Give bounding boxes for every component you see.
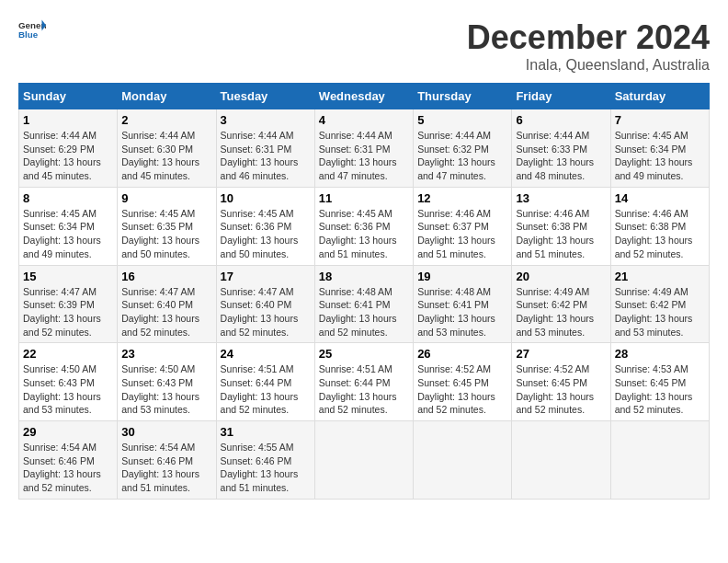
calendar-cell: 22 Sunrise: 4:50 AMSunset: 6:43 PMDaylig… [19,343,118,421]
header: General Blue December 2024 Inala, Queens… [18,18,710,74]
generalblue-logo-icon: General Blue [18,18,46,40]
day-number: 17 [221,270,311,283]
cell-content: Sunrise: 4:44 AMSunset: 6:30 PMDaylight:… [121,129,211,183]
calendar-cell: 25 Sunrise: 4:51 AMSunset: 6:44 PMDaylig… [314,343,413,421]
calendar-cell: 10 Sunrise: 4:45 AMSunset: 6:36 PMDaylig… [216,187,314,265]
calendar-cell: 29 Sunrise: 4:54 AMSunset: 6:46 PMDaylig… [19,421,118,500]
cell-content: Sunrise: 4:44 AMSunset: 6:29 PMDaylight:… [23,129,113,183]
calendar-week-row: 8 Sunrise: 4:45 AMSunset: 6:34 PMDayligh… [19,187,710,265]
cell-content: Sunrise: 4:45 AMSunset: 6:35 PMDaylight:… [121,207,211,261]
calendar-cell: 6 Sunrise: 4:44 AMSunset: 6:33 PMDayligh… [512,109,610,188]
col-header-thursday: Thursday [414,84,512,109]
day-number: 23 [121,347,211,361]
day-number: 9 [121,191,211,205]
calendar-cell: 11 Sunrise: 4:45 AMSunset: 6:36 PMDaylig… [314,187,413,265]
cell-content: Sunrise: 4:49 AMSunset: 6:42 PMDaylight:… [615,285,705,339]
cell-content: Sunrise: 4:45 AMSunset: 6:36 PMDaylight:… [221,207,311,261]
day-number: 14 [615,191,705,205]
title-area: December 2024 Inala, Queensland, Austral… [467,18,710,74]
day-number: 2 [121,113,211,127]
day-number: 15 [23,270,113,283]
day-number: 6 [516,113,606,127]
cell-content: Sunrise: 4:44 AMSunset: 6:31 PMDaylight:… [319,129,409,183]
calendar-cell: 12 Sunrise: 4:46 AMSunset: 6:37 PMDaylig… [414,187,512,265]
calendar-cell: 17 Sunrise: 4:47 AMSunset: 6:40 PMDaylig… [216,265,314,343]
day-number: 18 [319,270,409,283]
col-header-tuesday: Tuesday [216,84,314,109]
day-number: 24 [221,347,311,361]
day-number: 3 [221,113,311,127]
cell-content: Sunrise: 4:49 AMSunset: 6:42 PMDaylight:… [516,285,606,339]
calendar-cell: 2 Sunrise: 4:44 AMSunset: 6:30 PMDayligh… [118,109,216,188]
col-header-monday: Monday [118,84,216,109]
calendar-cell: 3 Sunrise: 4:44 AMSunset: 6:31 PMDayligh… [216,109,314,188]
cell-content: Sunrise: 4:45 AMSunset: 6:34 PMDaylight:… [23,207,113,261]
day-number: 4 [319,113,409,127]
calendar-table: SundayMondayTuesdayWednesdayThursdayFrid… [18,83,710,500]
calendar-cell: 18 Sunrise: 4:48 AMSunset: 6:41 PMDaylig… [314,265,413,343]
cell-content: Sunrise: 4:45 AMSunset: 6:36 PMDaylight:… [319,207,409,261]
calendar-cell: 7 Sunrise: 4:45 AMSunset: 6:34 PMDayligh… [610,109,709,188]
cell-content: Sunrise: 4:48 AMSunset: 6:41 PMDaylight:… [417,285,507,339]
cell-content: Sunrise: 4:47 AMSunset: 6:40 PMDaylight:… [221,285,311,339]
cell-content: Sunrise: 4:46 AMSunset: 6:37 PMDaylight:… [417,207,507,261]
col-header-friday: Friday [512,84,610,109]
day-number: 20 [516,270,606,283]
calendar-header-row: SundayMondayTuesdayWednesdayThursdayFrid… [19,84,710,109]
cell-content: Sunrise: 4:54 AMSunset: 6:46 PMDaylight:… [23,441,113,495]
cell-content: Sunrise: 4:55 AMSunset: 6:46 PMDaylight:… [221,441,311,495]
day-number: 10 [221,191,311,205]
calendar-cell: 4 Sunrise: 4:44 AMSunset: 6:31 PMDayligh… [314,109,413,188]
cell-content: Sunrise: 4:48 AMSunset: 6:41 PMDaylight:… [319,285,409,339]
calendar-cell: 21 Sunrise: 4:49 AMSunset: 6:42 PMDaylig… [610,265,709,343]
calendar-cell [610,421,709,500]
day-number: 19 [417,270,507,283]
calendar-cell: 14 Sunrise: 4:46 AMSunset: 6:38 PMDaylig… [610,187,709,265]
calendar-cell: 13 Sunrise: 4:46 AMSunset: 6:38 PMDaylig… [512,187,610,265]
col-header-saturday: Saturday [610,84,709,109]
calendar-cell: 24 Sunrise: 4:51 AMSunset: 6:44 PMDaylig… [216,343,314,421]
calendar-cell: 19 Sunrise: 4:48 AMSunset: 6:41 PMDaylig… [414,265,512,343]
cell-content: Sunrise: 4:50 AMSunset: 6:43 PMDaylight:… [121,362,211,417]
cell-content: Sunrise: 4:46 AMSunset: 6:38 PMDaylight:… [516,207,606,261]
cell-content: Sunrise: 4:51 AMSunset: 6:44 PMDaylight:… [221,362,311,417]
location-title: Inala, Queensland, Australia [467,57,710,74]
cell-content: Sunrise: 4:52 AMSunset: 6:45 PMDaylight:… [417,362,507,417]
col-header-sunday: Sunday [19,84,118,109]
calendar-cell [414,421,512,500]
calendar-week-row: 15 Sunrise: 4:47 AMSunset: 6:39 PMDaylig… [19,265,710,343]
month-title: December 2024 [467,18,710,57]
cell-content: Sunrise: 4:51 AMSunset: 6:44 PMDaylight:… [319,362,409,417]
day-number: 1 [23,113,113,127]
calendar-cell: 8 Sunrise: 4:45 AMSunset: 6:34 PMDayligh… [19,187,118,265]
calendar-cell [314,421,413,500]
calendar-cell: 31 Sunrise: 4:55 AMSunset: 6:46 PMDaylig… [216,421,314,500]
cell-content: Sunrise: 4:46 AMSunset: 6:38 PMDaylight:… [615,207,705,261]
calendar-cell: 20 Sunrise: 4:49 AMSunset: 6:42 PMDaylig… [512,265,610,343]
calendar-cell: 16 Sunrise: 4:47 AMSunset: 6:40 PMDaylig… [118,265,216,343]
calendar-cell: 27 Sunrise: 4:52 AMSunset: 6:45 PMDaylig… [512,343,610,421]
day-number: 28 [615,347,705,361]
calendar-cell: 23 Sunrise: 4:50 AMSunset: 6:43 PMDaylig… [118,343,216,421]
calendar-cell: 1 Sunrise: 4:44 AMSunset: 6:29 PMDayligh… [19,109,118,188]
calendar-cell: 15 Sunrise: 4:47 AMSunset: 6:39 PMDaylig… [19,265,118,343]
calendar-cell: 9 Sunrise: 4:45 AMSunset: 6:35 PMDayligh… [118,187,216,265]
day-number: 12 [417,191,507,205]
cell-content: Sunrise: 4:54 AMSunset: 6:46 PMDaylight:… [121,441,211,495]
cell-content: Sunrise: 4:50 AMSunset: 6:43 PMDaylight:… [23,362,113,417]
calendar-week-row: 29 Sunrise: 4:54 AMSunset: 6:46 PMDaylig… [19,421,710,500]
calendar-cell: 28 Sunrise: 4:53 AMSunset: 6:45 PMDaylig… [610,343,709,421]
day-number: 26 [417,347,507,361]
cell-content: Sunrise: 4:47 AMSunset: 6:39 PMDaylight:… [23,285,113,339]
col-header-wednesday: Wednesday [314,84,413,109]
cell-content: Sunrise: 4:53 AMSunset: 6:45 PMDaylight:… [615,362,705,417]
day-number: 31 [221,425,311,439]
cell-content: Sunrise: 4:47 AMSunset: 6:40 PMDaylight:… [121,285,211,339]
day-number: 13 [516,191,606,205]
day-number: 27 [516,347,606,361]
day-number: 30 [121,425,211,439]
cell-content: Sunrise: 4:44 AMSunset: 6:31 PMDaylight:… [221,129,311,183]
day-number: 7 [615,113,705,127]
cell-content: Sunrise: 4:44 AMSunset: 6:32 PMDaylight:… [417,129,507,183]
calendar-cell [512,421,610,500]
